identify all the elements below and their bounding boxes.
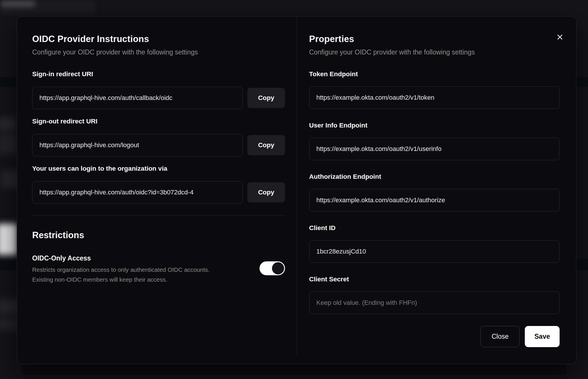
user-info-endpoint-row xyxy=(309,138,560,160)
instructions-title: OIDC Provider Instructions xyxy=(32,33,285,45)
oidc-only-access-info: OIDC-Only Access Restricts organization … xyxy=(32,254,210,285)
authorization-endpoint-input[interactable] xyxy=(309,189,560,212)
client-id-input[interactable] xyxy=(309,240,560,263)
login-url-row: Copy xyxy=(32,181,285,204)
sign-out-redirect-uri-label: Sign-out redirect URI xyxy=(32,117,285,126)
sign-in-redirect-uri-label: Sign-in redirect URI xyxy=(32,70,285,79)
user-info-endpoint-input[interactable] xyxy=(309,138,560,160)
sign-in-redirect-uri-row: Copy xyxy=(32,87,285,109)
sign-out-redirect-uri-input[interactable] xyxy=(32,134,243,156)
token-endpoint-row xyxy=(309,86,560,109)
background-artifact xyxy=(0,117,17,131)
copy-sign-in-uri-button[interactable]: Copy xyxy=(247,88,285,108)
client-secret-label: Client Secret xyxy=(309,275,560,284)
login-url-input[interactable] xyxy=(32,181,243,204)
background-artifact xyxy=(0,134,19,154)
section-divider xyxy=(32,215,285,216)
background-artifact xyxy=(1,1,35,7)
client-secret-row xyxy=(309,291,560,314)
dialog-footer: Close Save xyxy=(309,326,560,347)
toggle-thumb xyxy=(272,262,284,274)
copy-sign-out-uri-button[interactable]: Copy xyxy=(247,135,285,155)
oidc-only-access-label: OIDC-Only Access xyxy=(32,254,210,263)
description-line-2: Existing non-OIDC members will keep thei… xyxy=(32,276,167,283)
properties-subtitle: Configure your OIDC provider with the fo… xyxy=(309,48,560,57)
client-secret-input[interactable] xyxy=(309,291,560,314)
save-button[interactable]: Save xyxy=(525,326,560,347)
properties-title: Properties xyxy=(309,33,560,45)
properties-panel: Properties Configure your OIDC provider … xyxy=(297,17,576,364)
copy-login-url-button[interactable]: Copy xyxy=(247,182,285,203)
description-line-1: Restricts organization access to only au… xyxy=(32,266,210,273)
oidc-only-access-row: OIDC-Only Access Restricts organization … xyxy=(32,254,285,285)
authorization-endpoint-row xyxy=(309,189,560,212)
client-id-label: Client ID xyxy=(309,224,560,232)
user-info-endpoint-label: User Info Endpoint xyxy=(309,121,560,130)
oidc-only-access-toggle[interactable] xyxy=(259,261,285,275)
background-artifact xyxy=(0,224,17,255)
token-endpoint-label: Token Endpoint xyxy=(309,70,560,79)
token-endpoint-input[interactable] xyxy=(309,86,560,109)
client-id-row xyxy=(309,240,560,263)
oidc-provider-dialog: ✕ OIDC Provider Instructions Configure y… xyxy=(17,16,576,364)
restrictions-heading: Restrictions xyxy=(32,229,285,241)
instructions-panel: OIDC Provider Instructions Configure you… xyxy=(17,17,297,364)
sign-out-redirect-uri-row: Copy xyxy=(32,134,285,156)
sign-in-redirect-uri-input[interactable] xyxy=(32,87,243,109)
instructions-subtitle: Configure your OIDC provider with the fo… xyxy=(32,48,285,57)
oidc-only-access-description: Restricts organization access to only au… xyxy=(32,265,210,285)
authorization-endpoint-label: Authorization Endpoint xyxy=(309,172,560,181)
close-button[interactable]: Close xyxy=(480,326,520,347)
login-url-label: Your users can login to the organization… xyxy=(32,164,285,173)
